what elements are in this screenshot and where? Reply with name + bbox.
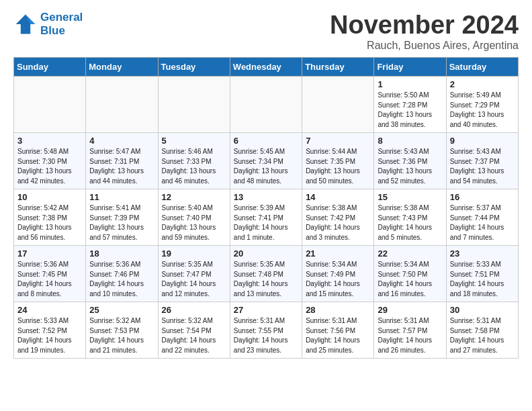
calendar-cell: 23Sunrise: 5:33 AM Sunset: 7:51 PM Dayli… xyxy=(446,246,518,302)
calendar-cell: 6Sunrise: 5:45 AM Sunset: 7:34 PM Daylig… xyxy=(230,133,302,189)
calendar-cell: 1Sunrise: 5:50 AM Sunset: 7:28 PM Daylig… xyxy=(374,77,446,133)
day-header-sunday: Sunday xyxy=(14,58,86,77)
day-number: 25 xyxy=(89,305,154,315)
day-info: Sunrise: 5:34 AM Sunset: 7:50 PM Dayligh… xyxy=(378,260,442,299)
day-number: 3 xyxy=(17,136,82,146)
day-info: Sunrise: 5:34 AM Sunset: 7:49 PM Dayligh… xyxy=(306,260,370,299)
day-number: 30 xyxy=(450,305,515,315)
day-number: 15 xyxy=(378,192,442,202)
calendar-cell: 25Sunrise: 5:32 AM Sunset: 7:53 PM Dayli… xyxy=(86,302,158,359)
calendar-cell: 26Sunrise: 5:32 AM Sunset: 7:54 PM Dayli… xyxy=(158,302,230,359)
day-info: Sunrise: 5:44 AM Sunset: 7:35 PM Dayligh… xyxy=(306,147,370,186)
calendar-cell: 20Sunrise: 5:35 AM Sunset: 7:48 PM Dayli… xyxy=(230,246,302,302)
logo: General Blue xyxy=(13,11,83,37)
day-number: 22 xyxy=(378,248,442,259)
day-header-thursday: Thursday xyxy=(302,58,374,77)
week-row-4: 17Sunrise: 5:36 AM Sunset: 7:45 PM Dayli… xyxy=(14,246,519,302)
day-info: Sunrise: 5:31 AM Sunset: 7:56 PM Dayligh… xyxy=(306,316,370,355)
week-row-2: 3Sunrise: 5:48 AM Sunset: 7:30 PM Daylig… xyxy=(14,133,519,189)
page-container: General Blue November 2024 Rauch, Buenos… xyxy=(0,0,532,369)
day-number: 13 xyxy=(234,192,298,202)
calendar-cell: 7Sunrise: 5:44 AM Sunset: 7:35 PM Daylig… xyxy=(302,133,374,189)
calendar-cell: 9Sunrise: 5:43 AM Sunset: 7:37 PM Daylig… xyxy=(446,133,518,189)
day-number: 17 xyxy=(17,248,82,259)
month-title: November 2024 xyxy=(330,11,519,40)
day-info: Sunrise: 5:49 AM Sunset: 7:29 PM Dayligh… xyxy=(450,91,515,130)
calendar-cell xyxy=(86,77,158,133)
day-number: 4 xyxy=(89,136,154,146)
day-number: 20 xyxy=(234,248,298,259)
day-header-saturday: Saturday xyxy=(446,58,518,77)
day-info: Sunrise: 5:31 AM Sunset: 7:58 PM Dayligh… xyxy=(450,316,515,355)
calendar-cell: 14Sunrise: 5:38 AM Sunset: 7:42 PM Dayli… xyxy=(302,189,374,246)
calendar-cell: 22Sunrise: 5:34 AM Sunset: 7:50 PM Dayli… xyxy=(374,246,446,302)
day-info: Sunrise: 5:48 AM Sunset: 7:30 PM Dayligh… xyxy=(17,147,82,186)
calendar-cell: 17Sunrise: 5:36 AM Sunset: 7:45 PM Dayli… xyxy=(14,246,86,302)
calendar-cell: 13Sunrise: 5:39 AM Sunset: 7:41 PM Dayli… xyxy=(230,189,302,246)
day-info: Sunrise: 5:32 AM Sunset: 7:53 PM Dayligh… xyxy=(89,316,154,355)
day-number: 18 xyxy=(89,248,154,259)
day-info: Sunrise: 5:36 AM Sunset: 7:45 PM Dayligh… xyxy=(17,260,82,299)
calendar-cell: 18Sunrise: 5:36 AM Sunset: 7:46 PM Dayli… xyxy=(86,246,158,302)
calendar-cell: 30Sunrise: 5:31 AM Sunset: 7:58 PM Dayli… xyxy=(446,302,518,359)
week-row-1: 1Sunrise: 5:50 AM Sunset: 7:28 PM Daylig… xyxy=(14,77,519,133)
calendar-cell: 10Sunrise: 5:42 AM Sunset: 7:38 PM Dayli… xyxy=(14,189,86,246)
day-number: 21 xyxy=(306,248,370,259)
day-info: Sunrise: 5:46 AM Sunset: 7:33 PM Dayligh… xyxy=(162,147,226,186)
day-number: 1 xyxy=(378,79,442,89)
day-number: 6 xyxy=(234,136,298,146)
title-block: November 2024 Rauch, Buenos Aires, Argen… xyxy=(330,11,519,52)
day-number: 16 xyxy=(450,192,515,202)
calendar-cell: 15Sunrise: 5:38 AM Sunset: 7:43 PM Dayli… xyxy=(374,189,446,246)
calendar-cell: 27Sunrise: 5:31 AM Sunset: 7:55 PM Dayli… xyxy=(230,302,302,359)
calendar-cell xyxy=(302,77,374,133)
calendar-cell: 4Sunrise: 5:47 AM Sunset: 7:31 PM Daylig… xyxy=(86,133,158,189)
day-number: 23 xyxy=(450,248,515,259)
day-info: Sunrise: 5:50 AM Sunset: 7:28 PM Dayligh… xyxy=(378,91,442,130)
day-info: Sunrise: 5:43 AM Sunset: 7:36 PM Dayligh… xyxy=(378,147,442,186)
calendar-cell: 2Sunrise: 5:49 AM Sunset: 7:29 PM Daylig… xyxy=(446,77,518,133)
header-row: SundayMondayTuesdayWednesdayThursdayFrid… xyxy=(14,58,519,77)
day-number: 9 xyxy=(450,136,515,146)
calendar-cell: 12Sunrise: 5:40 AM Sunset: 7:40 PM Dayli… xyxy=(158,189,230,246)
logo-icon xyxy=(13,12,38,36)
day-number: 11 xyxy=(89,192,154,202)
day-number: 12 xyxy=(162,192,226,202)
calendar-cell xyxy=(14,77,86,133)
day-info: Sunrise: 5:47 AM Sunset: 7:31 PM Dayligh… xyxy=(89,147,154,186)
calendar-cell: 28Sunrise: 5:31 AM Sunset: 7:56 PM Dayli… xyxy=(302,302,374,359)
day-info: Sunrise: 5:38 AM Sunset: 7:43 PM Dayligh… xyxy=(378,203,442,242)
calendar-cell: 5Sunrise: 5:46 AM Sunset: 7:33 PM Daylig… xyxy=(158,133,230,189)
day-info: Sunrise: 5:42 AM Sunset: 7:38 PM Dayligh… xyxy=(17,203,82,242)
day-info: Sunrise: 5:45 AM Sunset: 7:34 PM Dayligh… xyxy=(234,147,298,186)
day-info: Sunrise: 5:31 AM Sunset: 7:57 PM Dayligh… xyxy=(378,316,442,355)
day-info: Sunrise: 5:35 AM Sunset: 7:47 PM Dayligh… xyxy=(162,260,226,299)
calendar-cell xyxy=(230,77,302,133)
day-number: 26 xyxy=(162,305,226,315)
logo-text: General Blue xyxy=(40,11,83,37)
day-info: Sunrise: 5:36 AM Sunset: 7:46 PM Dayligh… xyxy=(89,260,154,299)
day-number: 8 xyxy=(378,136,442,146)
week-row-5: 24Sunrise: 5:33 AM Sunset: 7:52 PM Dayli… xyxy=(14,302,519,359)
day-number: 28 xyxy=(306,305,370,315)
calendar-cell: 16Sunrise: 5:37 AM Sunset: 7:44 PM Dayli… xyxy=(446,189,518,246)
calendar-cell: 29Sunrise: 5:31 AM Sunset: 7:57 PM Dayli… xyxy=(374,302,446,359)
day-header-friday: Friday xyxy=(374,58,446,77)
calendar-table: SundayMondayTuesdayWednesdayThursdayFrid… xyxy=(13,57,519,359)
calendar-cell: 19Sunrise: 5:35 AM Sunset: 7:47 PM Dayli… xyxy=(158,246,230,302)
calendar-body: 1Sunrise: 5:50 AM Sunset: 7:28 PM Daylig… xyxy=(14,77,519,359)
day-header-wednesday: Wednesday xyxy=(230,58,302,77)
day-info: Sunrise: 5:35 AM Sunset: 7:48 PM Dayligh… xyxy=(234,260,298,299)
day-info: Sunrise: 5:38 AM Sunset: 7:42 PM Dayligh… xyxy=(306,203,370,242)
day-number: 29 xyxy=(378,305,442,315)
day-info: Sunrise: 5:31 AM Sunset: 7:55 PM Dayligh… xyxy=(234,316,298,355)
day-number: 5 xyxy=(162,136,226,146)
day-info: Sunrise: 5:39 AM Sunset: 7:41 PM Dayligh… xyxy=(234,203,298,242)
header: General Blue November 2024 Rauch, Buenos… xyxy=(13,11,519,52)
day-info: Sunrise: 5:33 AM Sunset: 7:51 PM Dayligh… xyxy=(450,260,515,299)
day-info: Sunrise: 5:40 AM Sunset: 7:40 PM Dayligh… xyxy=(162,203,226,242)
day-info: Sunrise: 5:32 AM Sunset: 7:54 PM Dayligh… xyxy=(162,316,226,355)
location: Rauch, Buenos Aires, Argentina xyxy=(330,40,519,52)
calendar-cell: 11Sunrise: 5:41 AM Sunset: 7:39 PM Dayli… xyxy=(86,189,158,246)
day-number: 24 xyxy=(17,305,82,315)
